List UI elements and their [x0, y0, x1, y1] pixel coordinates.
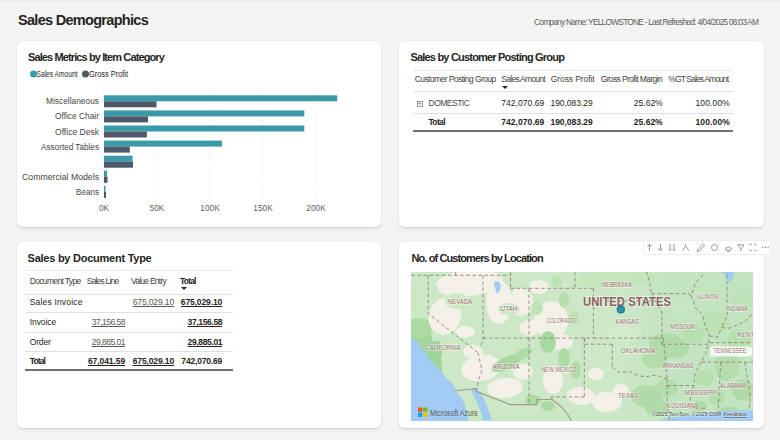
svg-text:50K: 50K: [150, 203, 165, 213]
svg-text:Miscellaneous: Miscellaneous: [46, 96, 99, 106]
svg-text:Beans: Beans: [76, 187, 99, 197]
svg-text:NEW MEXICO: NEW MEXICO: [542, 365, 577, 372]
svg-text:Microsoft Azure: Microsoft Azure: [430, 407, 478, 417]
svg-text:ILLINOIS: ILLINOIS: [698, 292, 719, 299]
svg-text:KENTUCKY: KENTUCKY: [738, 330, 754, 337]
svg-text:MISSISSIPPI: MISSISSIPPI: [685, 388, 718, 395]
svg-text:TEXAS: TEXAS: [618, 391, 638, 398]
svg-text:100K: 100K: [200, 203, 220, 213]
svg-text:Gross Profit: Gross Profit: [89, 69, 129, 79]
svg-text:0K: 0K: [99, 203, 110, 213]
svg-text:200K: 200K: [306, 203, 326, 213]
svg-text:Commercial Models: Commercial Models: [22, 172, 99, 182]
svg-text:COLORADO: COLORADO: [547, 316, 576, 323]
svg-text:Sales Amount: Sales Amount: [37, 69, 78, 79]
svg-text:NEVADA: NEVADA: [448, 297, 473, 304]
svg-text:NEBRASKA: NEBRASKA: [602, 280, 633, 287]
svg-text:ARIZONA: ARIZONA: [493, 362, 521, 369]
svg-text:Assorted Tables: Assorted Tables: [41, 142, 99, 152]
svg-text:©2025 TomTom ©2025 OSM Feedb: ©2025 TomTom ©2025 OSM Feedback: [652, 410, 748, 417]
svg-text:OKLAHOMA: OKLAHOMA: [621, 346, 656, 353]
svg-text:LOUISIANA: LOUISIANA: [668, 401, 699, 408]
svg-text:Office Desk: Office Desk: [55, 127, 100, 137]
svg-text:UNITED STATES: UNITED STATES: [583, 294, 671, 308]
svg-text:TENNESSEE: TENNESSEE: [714, 346, 747, 353]
svg-text:Office Chair: Office Chair: [55, 111, 99, 121]
svg-text:ARKANSAS: ARKANSAS: [663, 361, 694, 368]
svg-text:KANSAS: KANSAS: [616, 317, 639, 324]
svg-text:INDIANA: INDIANA: [727, 304, 749, 311]
svg-text:UTAH: UTAH: [501, 304, 518, 311]
svg-text:ALABAMA: ALABAMA: [720, 381, 747, 388]
svg-text:CALIFORNIA: CALIFORNIA: [426, 343, 462, 350]
svg-text:MISSOURI: MISSOURI: [671, 322, 696, 329]
svg-text:150K: 150K: [253, 203, 273, 213]
